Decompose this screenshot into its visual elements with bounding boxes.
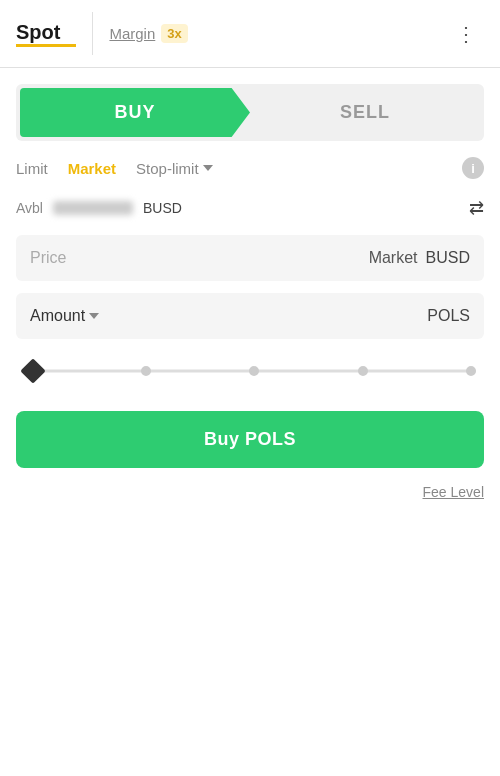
spot-tab[interactable]: Spot (16, 21, 76, 47)
header-margin: Margin 3x (109, 24, 187, 43)
slider-marker-3 (358, 366, 368, 376)
price-value: Market (369, 249, 418, 267)
info-icon[interactable]: i (462, 157, 484, 179)
header-divider (92, 12, 93, 55)
amount-label-wrap: Amount (30, 307, 427, 325)
header: Spot Margin 3x ⋮ (0, 0, 500, 68)
more-options-icon[interactable]: ⋮ (448, 18, 484, 50)
main-content: BUY SELL Limit Market Stop-limit i Avbl … (0, 68, 500, 500)
tab-stop-limit[interactable]: Stop-limit (136, 160, 213, 177)
slider-marker-4 (466, 366, 476, 376)
margin-label[interactable]: Margin (109, 25, 155, 42)
slider-markers (24, 359, 476, 383)
buy-button-toggle[interactable]: BUY (20, 88, 250, 137)
avbl-row: Avbl BUSD ⇄ (16, 197, 484, 219)
avbl-label: Avbl (16, 200, 43, 216)
slider-marker-1 (141, 366, 151, 376)
avbl-balance-blur (53, 201, 133, 215)
header-left: Spot (16, 21, 76, 46)
tab-market[interactable]: Market (68, 158, 116, 179)
amount-label: Amount (30, 307, 85, 325)
fee-level-link[interactable]: Fee Level (423, 484, 484, 500)
order-type-row: Limit Market Stop-limit i (16, 157, 484, 179)
stop-limit-label: Stop-limit (136, 160, 199, 177)
price-currency: BUSD (426, 249, 470, 267)
price-label: Price (30, 249, 369, 267)
sell-button-toggle[interactable]: SELL (250, 88, 480, 137)
fee-row: Fee Level (16, 484, 484, 500)
transfer-icon[interactable]: ⇄ (469, 197, 484, 219)
amount-slider[interactable] (16, 359, 484, 383)
tab-limit[interactable]: Limit (16, 158, 48, 179)
slider-wrapper (24, 359, 476, 383)
slider-thumb (20, 358, 45, 383)
slider-marker-2 (249, 366, 259, 376)
price-field[interactable]: Price Market BUSD (16, 235, 484, 281)
amount-field[interactable]: Amount POLS (16, 293, 484, 339)
margin-badge: 3x (161, 24, 187, 43)
chevron-down-icon (203, 165, 213, 171)
buy-sell-toggle: BUY SELL (16, 84, 484, 141)
buy-action-button[interactable]: Buy POLS (16, 411, 484, 468)
amount-currency: POLS (427, 307, 470, 325)
avbl-currency: BUSD (143, 200, 182, 216)
amount-dropdown-icon (89, 313, 99, 319)
